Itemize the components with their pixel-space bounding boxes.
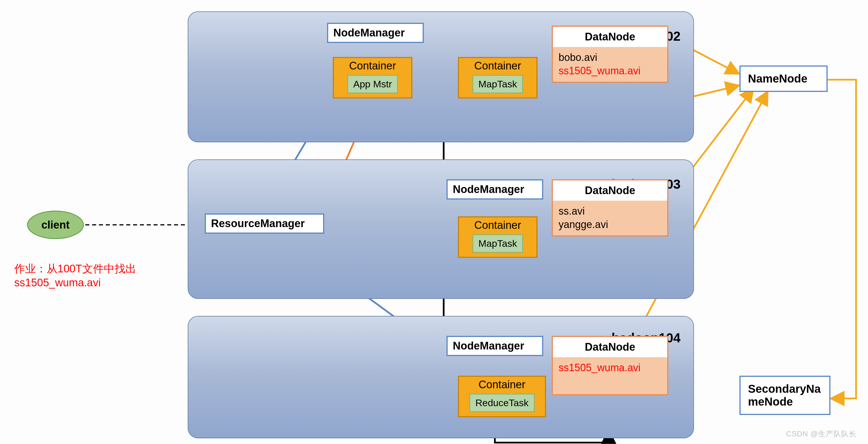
container-maptask-102: Container MapTask — [458, 57, 537, 98]
datanode-102: DataNode bobo.avi ss1505_wuma.avi — [552, 26, 668, 83]
nodemanager-102: NodeManager — [327, 23, 424, 43]
secondary-namenode: SecondaryNa meNode — [739, 376, 831, 415]
resource-manager: ResourceManager — [205, 213, 324, 234]
file: ss.avi — [559, 205, 661, 218]
task-maptask-102: MapTask — [472, 75, 523, 93]
file: ss1505_wuma.avi — [559, 64, 661, 78]
container-reducetask-104: Container ReduceTask — [458, 376, 546, 417]
task-maptask-103: MapTask — [472, 234, 523, 253]
watermark: CSDN @生产队队长 — [786, 429, 857, 439]
namenode: NameNode — [739, 65, 828, 92]
client-label: client — [41, 219, 69, 231]
client-node: client — [27, 211, 84, 239]
datanode-104: DataNode ss1505_wuma.avi — [552, 336, 668, 395]
task-app-mstr: App Mstr — [347, 75, 398, 93]
nodemanager-104: NodeManager — [446, 336, 543, 356]
file: ss1505_wuma.avi — [559, 361, 661, 375]
task-reducetask-104: ReduceTask — [469, 394, 534, 412]
job-description: 作业：从100T文件中找出 ss1505_wuma.avi — [14, 262, 136, 290]
container-appmstr: Container App Mstr — [333, 57, 412, 98]
datanode-103: DataNode ss.avi yangge.avi — [552, 179, 668, 237]
file: bobo.avi — [559, 51, 661, 64]
file: yangge.avi — [559, 218, 661, 231]
nodemanager-103: NodeManager — [446, 179, 543, 200]
container-maptask-103: Container MapTask — [458, 216, 537, 258]
